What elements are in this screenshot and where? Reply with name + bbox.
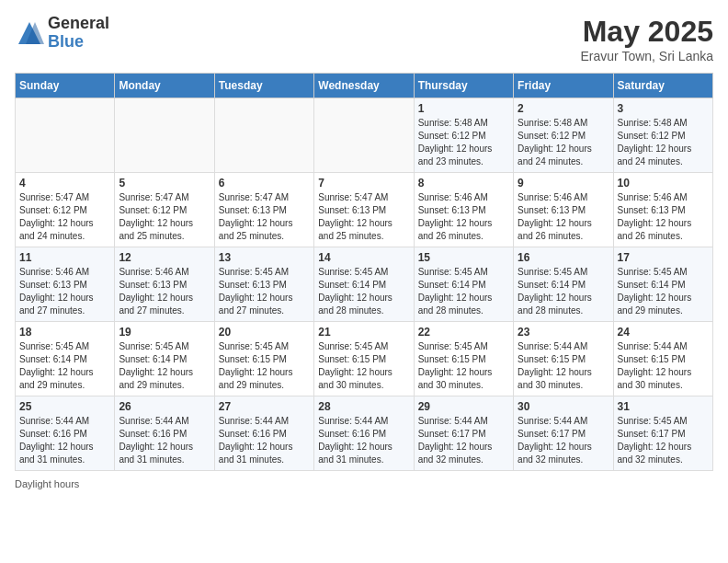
calendar-cell <box>16 98 115 173</box>
day-info: Sunrise: 5:46 AM Sunset: 6:13 PM Dayligh… <box>618 191 709 243</box>
calendar-cell: 1Sunrise: 5:48 AM Sunset: 6:12 PM Daylig… <box>414 98 513 173</box>
day-number: 11 <box>19 251 110 264</box>
day-number: 2 <box>518 102 609 115</box>
day-number: 5 <box>119 177 210 190</box>
footer-text: Daylight hours <box>15 478 79 489</box>
calendar-week-0: 1Sunrise: 5:48 AM Sunset: 6:12 PM Daylig… <box>16 98 713 173</box>
day-number: 10 <box>618 177 709 190</box>
calendar-cell: 15Sunrise: 5:45 AM Sunset: 6:14 PM Dayli… <box>414 247 513 322</box>
footer-note: Daylight hours <box>15 478 713 489</box>
day-info: Sunrise: 5:44 AM Sunset: 6:15 PM Dayligh… <box>518 340 609 392</box>
calendar-cell: 16Sunrise: 5:45 AM Sunset: 6:14 PM Dayli… <box>514 247 613 322</box>
logo-blue-text: Blue <box>48 33 109 52</box>
day-number: 19 <box>119 326 210 339</box>
day-number: 22 <box>418 326 509 339</box>
calendar-cell: 26Sunrise: 5:44 AM Sunset: 6:16 PM Dayli… <box>115 396 214 471</box>
day-info: Sunrise: 5:44 AM Sunset: 6:16 PM Dayligh… <box>19 415 110 466</box>
calendar-cell <box>115 98 214 173</box>
day-info: Sunrise: 5:45 AM Sunset: 6:15 PM Dayligh… <box>318 340 409 392</box>
calendar-week-2: 11Sunrise: 5:46 AM Sunset: 6:13 PM Dayli… <box>16 247 713 322</box>
day-info: Sunrise: 5:45 AM Sunset: 6:14 PM Dayligh… <box>119 340 210 392</box>
day-number: 13 <box>219 251 310 264</box>
calendar-cell: 5Sunrise: 5:47 AM Sunset: 6:12 PM Daylig… <box>115 173 214 247</box>
day-number: 20 <box>219 326 310 339</box>
day-number: 7 <box>318 177 409 190</box>
calendar-cell: 10Sunrise: 5:46 AM Sunset: 6:13 PM Dayli… <box>613 173 712 247</box>
calendar-cell: 4Sunrise: 5:47 AM Sunset: 6:12 PM Daylig… <box>16 173 115 247</box>
calendar-cell: 24Sunrise: 5:44 AM Sunset: 6:15 PM Dayli… <box>613 322 712 396</box>
header-day-saturday: Saturday <box>613 74 712 98</box>
header-day-tuesday: Tuesday <box>214 74 313 98</box>
day-info: Sunrise: 5:47 AM Sunset: 6:13 PM Dayligh… <box>219 191 310 243</box>
day-info: Sunrise: 5:44 AM Sunset: 6:16 PM Dayligh… <box>119 415 210 466</box>
day-number: 28 <box>318 400 409 413</box>
calendar-cell: 22Sunrise: 5:45 AM Sunset: 6:15 PM Dayli… <box>414 322 513 396</box>
day-number: 15 <box>418 251 509 264</box>
calendar-week-4: 25Sunrise: 5:44 AM Sunset: 6:16 PM Dayli… <box>16 396 713 471</box>
calendar-cell: 13Sunrise: 5:45 AM Sunset: 6:13 PM Dayli… <box>214 247 313 322</box>
day-number: 16 <box>518 251 609 264</box>
logo-general-text: General <box>48 15 109 33</box>
header-row: SundayMondayTuesdayWednesdayThursdayFrid… <box>16 74 713 98</box>
day-info: Sunrise: 5:45 AM Sunset: 6:14 PM Dayligh… <box>518 266 609 317</box>
calendar-cell: 6Sunrise: 5:47 AM Sunset: 6:13 PM Daylig… <box>214 173 313 247</box>
day-info: Sunrise: 5:47 AM Sunset: 6:12 PM Dayligh… <box>119 191 210 243</box>
day-number: 4 <box>19 177 110 190</box>
month-title: May 2025 <box>581 15 713 49</box>
day-info: Sunrise: 5:44 AM Sunset: 6:16 PM Dayligh… <box>318 415 409 466</box>
location-subtitle: Eravur Town, Sri Lanka <box>581 49 713 63</box>
day-number: 17 <box>618 251 709 264</box>
day-info: Sunrise: 5:44 AM Sunset: 6:17 PM Dayligh… <box>418 415 509 466</box>
day-info: Sunrise: 5:45 AM Sunset: 6:15 PM Dayligh… <box>219 340 310 392</box>
logo-icon <box>15 18 44 48</box>
day-number: 30 <box>518 400 609 413</box>
calendar-body: 1Sunrise: 5:48 AM Sunset: 6:12 PM Daylig… <box>16 98 713 471</box>
header-day-wednesday: Wednesday <box>314 74 414 98</box>
calendar-cell: 29Sunrise: 5:44 AM Sunset: 6:17 PM Dayli… <box>414 396 513 471</box>
day-number: 25 <box>19 400 110 413</box>
day-number: 18 <box>19 326 110 339</box>
day-number: 26 <box>119 400 210 413</box>
header-day-friday: Friday <box>514 74 613 98</box>
day-info: Sunrise: 5:45 AM Sunset: 6:15 PM Dayligh… <box>418 340 509 392</box>
day-info: Sunrise: 5:46 AM Sunset: 6:13 PM Dayligh… <box>418 191 509 243</box>
calendar-cell: 23Sunrise: 5:44 AM Sunset: 6:15 PM Dayli… <box>514 322 613 396</box>
day-number: 9 <box>518 177 609 190</box>
day-number: 31 <box>618 400 709 413</box>
calendar-cell: 31Sunrise: 5:45 AM Sunset: 6:17 PM Dayli… <box>613 396 712 471</box>
header-day-sunday: Sunday <box>16 74 115 98</box>
calendar-cell: 25Sunrise: 5:44 AM Sunset: 6:16 PM Dayli… <box>16 396 115 471</box>
calendar-cell: 9Sunrise: 5:46 AM Sunset: 6:13 PM Daylig… <box>514 173 613 247</box>
day-number: 24 <box>618 326 709 339</box>
title-section: May 2025 Eravur Town, Sri Lanka <box>581 15 713 63</box>
day-number: 21 <box>318 326 409 339</box>
day-info: Sunrise: 5:45 AM Sunset: 6:14 PM Dayligh… <box>618 266 709 317</box>
calendar-table: SundayMondayTuesdayWednesdayThursdayFrid… <box>15 73 713 471</box>
calendar-cell: 12Sunrise: 5:46 AM Sunset: 6:13 PM Dayli… <box>115 247 214 322</box>
calendar-cell: 3Sunrise: 5:48 AM Sunset: 6:12 PM Daylig… <box>613 98 712 173</box>
calendar-cell: 17Sunrise: 5:45 AM Sunset: 6:14 PM Dayli… <box>613 247 712 322</box>
calendar-cell: 20Sunrise: 5:45 AM Sunset: 6:15 PM Dayli… <box>214 322 313 396</box>
calendar-cell: 18Sunrise: 5:45 AM Sunset: 6:14 PM Dayli… <box>16 322 115 396</box>
day-number: 1 <box>418 102 509 115</box>
logo-text: General Blue <box>48 15 109 52</box>
day-number: 29 <box>418 400 509 413</box>
header-day-monday: Monday <box>115 74 214 98</box>
day-number: 3 <box>618 102 709 115</box>
calendar-cell: 11Sunrise: 5:46 AM Sunset: 6:13 PM Dayli… <box>16 247 115 322</box>
day-info: Sunrise: 5:45 AM Sunset: 6:14 PM Dayligh… <box>19 340 110 392</box>
day-info: Sunrise: 5:44 AM Sunset: 6:16 PM Dayligh… <box>219 415 310 466</box>
calendar-cell: 14Sunrise: 5:45 AM Sunset: 6:14 PM Dayli… <box>314 247 414 322</box>
day-info: Sunrise: 5:46 AM Sunset: 6:13 PM Dayligh… <box>19 266 110 317</box>
day-number: 6 <box>219 177 310 190</box>
calendar-cell: 27Sunrise: 5:44 AM Sunset: 6:16 PM Dayli… <box>214 396 313 471</box>
logo: General Blue <box>15 15 109 52</box>
day-number: 12 <box>119 251 210 264</box>
day-info: Sunrise: 5:44 AM Sunset: 6:15 PM Dayligh… <box>618 340 709 392</box>
day-info: Sunrise: 5:45 AM Sunset: 6:17 PM Dayligh… <box>618 415 709 466</box>
day-info: Sunrise: 5:47 AM Sunset: 6:13 PM Dayligh… <box>318 191 409 243</box>
day-info: Sunrise: 5:45 AM Sunset: 6:13 PM Dayligh… <box>219 266 310 317</box>
calendar-cell: 19Sunrise: 5:45 AM Sunset: 6:14 PM Dayli… <box>115 322 214 396</box>
day-info: Sunrise: 5:48 AM Sunset: 6:12 PM Dayligh… <box>518 117 609 168</box>
calendar-cell: 30Sunrise: 5:44 AM Sunset: 6:17 PM Dayli… <box>514 396 613 471</box>
